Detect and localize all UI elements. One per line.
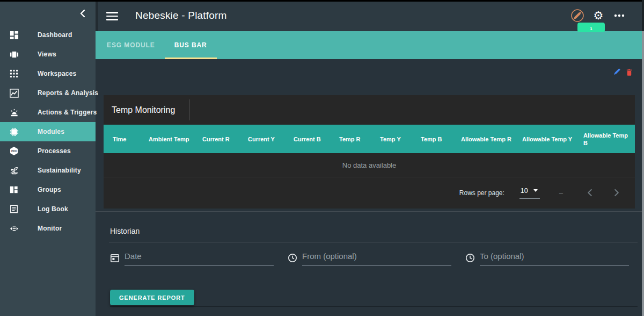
- sidebar-item-label: Workspaces: [38, 70, 76, 77]
- app-window: Dashboard Views Workspaces Reports & Ana…: [0, 0, 644, 316]
- rows-per-page-select[interactable]: 10: [519, 187, 540, 199]
- header-icon-group: ⚙: [570, 9, 626, 23]
- table-header-row: Time Ambient Temp Current R Current Y Cu…: [104, 125, 635, 153]
- sidebar-item-label: Modules: [38, 128, 64, 135]
- delete-trash-icon[interactable]: [625, 68, 633, 76]
- section-divider: [110, 306, 638, 307]
- column-header: Current B: [294, 135, 339, 143]
- page-range-text: –: [559, 189, 563, 197]
- edit-pencil-icon[interactable]: [612, 68, 621, 76]
- column-header: Temp Y: [380, 135, 421, 143]
- from-time-input[interactable]: [302, 248, 451, 266]
- sidebar-item-label: Processes: [38, 147, 71, 155]
- scrollbar-thumb[interactable]: [642, 31, 644, 316]
- content-area: Temp Monitoring Time Ambient Temp Curren…: [96, 59, 644, 316]
- sidebar-item-label: Dashboard: [38, 31, 72, 39]
- sidebar-item-dashboard[interactable]: Dashboard: [0, 25, 96, 45]
- sidebar-item-groups[interactable]: Groups: [0, 180, 96, 199]
- line-chart-icon: [9, 88, 19, 98]
- sidebar-nav: Dashboard Views Workspaces Reports & Ana…: [0, 25, 96, 238]
- views-icon: [9, 49, 19, 59]
- next-page-button[interactable]: [610, 186, 623, 199]
- sidebar-item-views[interactable]: Views: [0, 45, 96, 64]
- date-input[interactable]: [125, 248, 274, 266]
- sidebar-collapse-row: [0, 2, 96, 25]
- gear-icon[interactable]: ⚙: [591, 9, 605, 23]
- historian-section: Historian: [96, 211, 644, 316]
- sidebar-item-label: Monitor: [38, 225, 62, 232]
- column-header: Allowable Temp Y: [522, 135, 583, 143]
- groups-icon: [9, 185, 19, 195]
- chevron-left-icon: [79, 9, 86, 18]
- sidebar: Dashboard Views Workspaces Reports & Ana…: [0, 2, 96, 316]
- clock-icon: [465, 253, 475, 263]
- tab-label: ESG MODULE: [107, 41, 155, 49]
- tab-bar: ESG MODULE BUS BAR: [96, 31, 644, 59]
- tab-label: BUS BAR: [174, 41, 207, 49]
- sidebar-item-reports[interactable]: Reports & Analysis: [0, 83, 96, 103]
- main-area: Nebeskie - Platform ⚙ 1 ESG MODULE BUS B…: [96, 2, 644, 316]
- more-options-icon[interactable]: [612, 9, 626, 23]
- tab-esg-module[interactable]: ESG MODULE: [97, 31, 165, 59]
- column-header: Temp B: [421, 135, 461, 143]
- sprout-icon: [9, 166, 19, 175]
- column-header: Ambient Temp: [149, 135, 202, 143]
- calendar-icon: [110, 253, 120, 263]
- previous-page-button[interactable]: [583, 186, 596, 199]
- sidebar-item-processes[interactable]: PRO Processes: [0, 141, 96, 161]
- sidebar-item-modules[interactable]: Modules: [0, 122, 96, 141]
- hexagon-pro-icon: PRO: [9, 146, 19, 156]
- page-title: Nebeskie - Platform: [135, 10, 227, 21]
- svg-text:PRO: PRO: [11, 150, 17, 153]
- app-header: Nebeskie - Platform ⚙: [96, 2, 644, 31]
- column-header: Allowable Temp B: [583, 132, 635, 147]
- sidebar-item-label: Log Book: [38, 205, 68, 213]
- clock-icon: [288, 253, 297, 263]
- sidebar-item-label: Views: [38, 51, 56, 58]
- column-header: Allowable Temp R: [461, 135, 522, 143]
- hamburger-menu-icon[interactable]: [106, 12, 119, 21]
- table-pagination: Rows per page: 10 –: [104, 177, 635, 208]
- monitor-icon: [9, 224, 19, 233]
- historian-title: Historian: [110, 227, 140, 235]
- chip-icon: [9, 127, 19, 137]
- sidebar-collapse-button[interactable]: [76, 7, 89, 20]
- top-border: [0, 0, 644, 2]
- chevron-down-icon: [533, 189, 538, 192]
- column-header: Current Y: [248, 135, 294, 143]
- from-time-field: [288, 248, 451, 266]
- card-title: Temp Monitoring: [112, 105, 175, 115]
- column-header: Current R: [202, 135, 248, 143]
- generate-report-button[interactable]: GENERATE REPORT: [110, 290, 194, 305]
- sidebar-item-actions[interactable]: Actions & Triggers: [0, 103, 96, 122]
- sidebar-item-label: Groups: [38, 186, 61, 193]
- sidebar-item-sustainability[interactable]: Sustainability: [0, 161, 96, 180]
- to-time-input[interactable]: [480, 248, 629, 266]
- dashboard-icon: [9, 30, 19, 40]
- disconnected-icon[interactable]: [570, 9, 584, 23]
- section-divider: [109, 242, 638, 243]
- sidebar-item-label: Actions & Triggers: [38, 109, 97, 116]
- logbook-icon: [9, 204, 19, 214]
- title-divider: [189, 99, 190, 120]
- sidebar-item-label: Reports & Analysis: [38, 89, 98, 97]
- sidebar-item-workspaces[interactable]: Workspaces: [0, 64, 96, 83]
- module-action-buttons: [612, 68, 633, 76]
- notification-count: 1: [590, 26, 592, 31]
- sidebar-item-logbook[interactable]: Log Book: [0, 199, 96, 219]
- column-header: Time: [113, 135, 149, 143]
- empty-message: No data available: [342, 161, 396, 169]
- vertical-scrollbar[interactable]: [642, 0, 644, 316]
- rows-per-page-label: Rows per page:: [459, 189, 504, 197]
- rows-per-page-value: 10: [521, 187, 528, 195]
- historian-fields: [110, 248, 629, 266]
- table-empty-row: No data available: [104, 153, 635, 177]
- temp-monitoring-card: Temp Monitoring Time Ambient Temp Curren…: [104, 95, 635, 209]
- sidebar-item-label: Sustainability: [38, 167, 81, 174]
- sidebar-item-monitor[interactable]: Monitor: [0, 219, 96, 238]
- tab-bus-bar[interactable]: BUS BAR: [165, 31, 217, 59]
- to-time-field: [465, 248, 629, 266]
- card-title-row: Temp Monitoring: [104, 95, 635, 125]
- alarm-light-icon: [9, 107, 19, 117]
- notification-toast: 1: [577, 23, 605, 32]
